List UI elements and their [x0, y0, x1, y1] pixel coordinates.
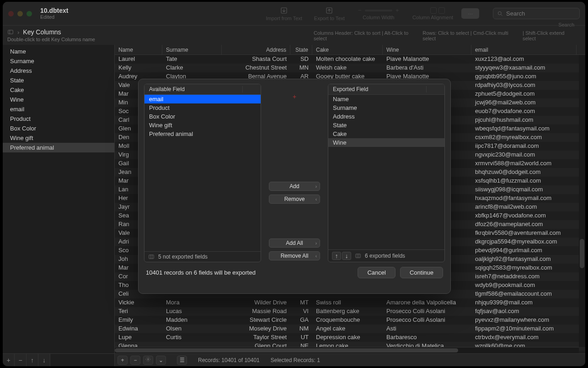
move-down-button[interactable]: ↓	[38, 354, 50, 366]
table-row[interactable]: LupeCurtisTaylor StreetUTDepression cake…	[115, 333, 585, 342]
list-item[interactable]: Preferred animal	[144, 130, 261, 138]
sidebar-item[interactable]: Preferred animal	[3, 143, 114, 152]
table-cell: Prosecco Colli Asolani	[383, 307, 471, 316]
table-row[interactable]: EmilyMaddenStewart CircleGACroquembouche…	[115, 316, 585, 325]
table-row[interactable]: LaurelTateShasta CourtSDMolten chocolate…	[115, 55, 585, 64]
table-cell: Barbera d'Asti	[383, 64, 471, 72]
minimize-window-button[interactable]	[17, 11, 23, 16]
add-field-dialog-button[interactable]: Add›	[269, 182, 320, 191]
list-item[interactable]: Address	[328, 112, 444, 121]
search-input[interactable]: Search	[493, 8, 580, 19]
table-cell: styyyqew3@xasamail.com	[471, 64, 577, 72]
sidebar-item[interactable]: State	[3, 76, 114, 85]
remove-row-button[interactable]: −	[130, 356, 140, 365]
table-cell: UT	[290, 333, 312, 342]
sidebar-item[interactable]: Product	[3, 114, 114, 124]
table-cell: Kelly	[115, 64, 162, 72]
table-cell: Taylor Street	[222, 333, 290, 342]
sidebar-item[interactable]: Address	[3, 66, 114, 76]
chevron-right-icon: ›	[315, 184, 317, 189]
column-alignment-control[interactable]: Column Alignment	[409, 7, 457, 20]
zoom-window-button[interactable]	[27, 11, 32, 16]
table-row[interactable]: TeriLucasMassie RoadVIBattenberg cakePro…	[115, 307, 585, 316]
column-header[interactable]: Wine	[383, 45, 471, 54]
field-list[interactable]: NameSurnameAddressStateCakeWineemailProd…	[3, 45, 114, 353]
add-field-button[interactable]: +	[3, 354, 15, 366]
exported-fields-list[interactable]: Exported Field NameSurnameAddressStateCa…	[328, 84, 445, 262]
list-item[interactable]: Product	[144, 103, 261, 112]
table-cell: fkrqblrv5580@aventuremail.com	[471, 229, 577, 238]
table-cell: pyevxz@mailanywhere.com	[471, 316, 577, 325]
move-exported-up-button[interactable]: ↑	[332, 252, 341, 260]
column-header[interactable]: Surname	[162, 45, 222, 54]
sidebar-item[interactable]: Box Color	[3, 124, 114, 133]
table-cell: jcwj96@mail2web.com	[471, 98, 577, 107]
column-header[interactable]: State	[290, 45, 312, 54]
remove-field-button[interactable]: −	[15, 354, 27, 366]
row-settings-button[interactable]	[143, 356, 153, 365]
sidebar-item[interactable]: Wine gift	[3, 133, 114, 143]
grid-footer: + − ⌄ ☰ Records: 10401 of 10401 Selected…	[115, 353, 585, 366]
sidebar-item[interactable]: Cake	[3, 85, 114, 95]
close-window-button[interactable]	[8, 11, 14, 16]
list-item[interactable]: Wine gift	[144, 121, 261, 130]
table-row[interactable]: EdwinaOlsenMoseley DriveNMAngel cakeAsti…	[115, 325, 585, 333]
table-cell: Prosecco Colli Asolani	[383, 316, 471, 325]
table-cell: xrmvrvi588@mail2world.com	[471, 159, 577, 168]
list-item[interactable]: Surname	[328, 103, 444, 112]
list-item[interactable]: Box Color	[144, 112, 261, 121]
collection-name[interactable]: Key Columns	[23, 28, 61, 36]
remove-all-button[interactable]: Remove All‹	[269, 251, 320, 260]
available-fields-list[interactable]: Available Field emailProductBox ColorWin…	[144, 84, 261, 262]
table-cell: Croquembouche	[312, 316, 383, 325]
list-view-button[interactable]: ☰	[177, 356, 187, 365]
move-up-button[interactable]: ↑	[27, 354, 38, 366]
sidebar-item[interactable]: email	[3, 104, 114, 114]
table-cell: Wilder Drive	[222, 298, 290, 307]
column-header[interactable]: email	[471, 45, 577, 54]
sidebar-item[interactable]: Wine	[3, 95, 114, 104]
table-cell: euob7@vodafone.com	[471, 107, 577, 116]
table-row[interactable]: VickieMoraWilder DriveMTSwiss rollAmaron…	[115, 298, 585, 307]
vertical-scrollbar[interactable]	[579, 55, 585, 347]
horizontal-scrollbar[interactable]	[115, 347, 579, 353]
column-header[interactable]: Name	[115, 45, 162, 54]
table-cell: Piave Malanotte	[383, 55, 471, 64]
table-cell: NM	[290, 325, 312, 333]
list-item[interactable]: State	[328, 121, 444, 130]
columns-icon	[148, 254, 155, 260]
cancel-button[interactable]: Cancel	[358, 267, 395, 278]
table-cell: Teri	[115, 307, 162, 316]
sidebar-item[interactable]: Surname	[3, 56, 114, 66]
table-cell: ggsqbtb955@juno.com	[471, 72, 577, 81]
export-to-text-button[interactable]: Export to Text	[310, 6, 348, 21]
add-row-button[interactable]: +	[118, 356, 128, 365]
column-width-control[interactable]: −+ Column Width	[353, 7, 404, 20]
table-cell: fippapm2@10minutemail.com	[471, 325, 577, 333]
table-row[interactable]: KellyClarkeChestnut StreetMNWelsh cakeBa…	[115, 64, 585, 72]
table-cell: VI	[290, 307, 312, 316]
add-all-button[interactable]: Add All›	[269, 238, 320, 248]
remove-field-dialog-button[interactable]: Remove‹	[269, 195, 320, 204]
continue-button[interactable]: Continue	[400, 267, 443, 278]
sidebar-item[interactable]: Name	[3, 47, 114, 56]
table-cell: tlgmf586@emailaccount.com	[471, 290, 577, 298]
table-cell: Moseley Drive	[222, 325, 290, 333]
chevron-left-icon: ‹	[315, 254, 317, 259]
sidebar-toggle-icon[interactable]	[7, 29, 14, 35]
move-exported-down-button[interactable]: ↓	[342, 252, 351, 260]
records-count: Records: 10401 of 10401	[198, 357, 260, 363]
table-cell: Stewart Circle	[222, 316, 290, 325]
table-cell: dkgrcjpa5594@myrealbox.com	[471, 238, 577, 246]
list-item[interactable]: Cake	[328, 130, 444, 138]
column-header[interactable]: Address	[222, 45, 290, 54]
row-dropdown-button[interactable]: ⌄	[156, 356, 166, 365]
list-item[interactable]: Wine	[328, 138, 444, 147]
list-item[interactable]: email	[144, 95, 261, 103]
column-header[interactable]: Cake	[312, 45, 383, 54]
list-item[interactable]: Name	[328, 95, 444, 103]
import-from-text-button[interactable]: Import from Text	[262, 6, 306, 21]
table-cell: Molten chocolate cake	[312, 55, 383, 64]
table-cell: xuxz123@aol.com	[471, 55, 577, 64]
grid-header[interactable]: NameSurnameAddressStateCakeWineemail	[115, 45, 585, 55]
